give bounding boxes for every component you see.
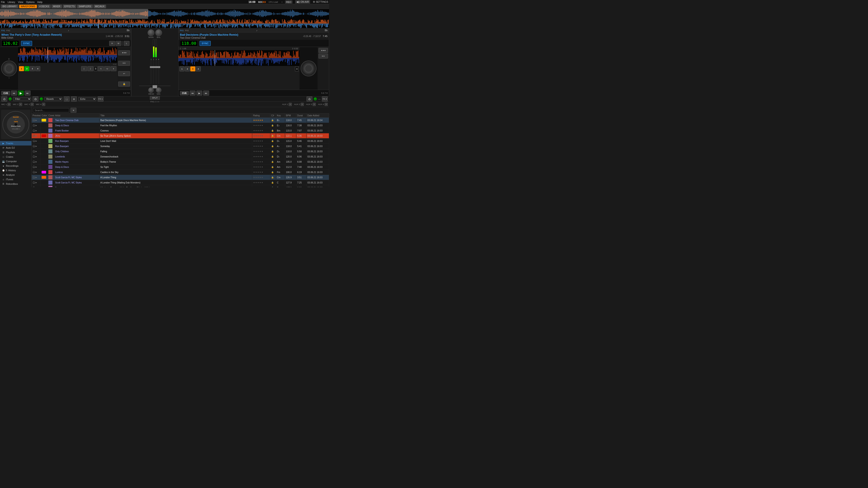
fx-left-label[interactable]: FX 1 [98,96,103,101]
sidebar-item-auto-dj[interactable]: ⟳ Auto DJ [0,145,31,150]
deck-right-prev[interactable]: ⏮ [190,91,195,96]
sidebar-item-serato[interactable]: S Serato [0,186,31,187]
deck-right-fx2[interactable]: FX2 [185,29,189,32]
fx-headphone-left[interactable]: 🎧 [64,96,70,101]
channel-3-fader[interactable] [156,61,157,84]
th-key[interactable]: Key [276,113,285,118]
table-row[interactable]: 🎧 ▶ Frank Booker Cosmos ★★★★★ 🔒 Bm 115.0… [32,128,329,133]
deck-left-loop-halve[interactable]: ½ [98,66,104,71]
table-row[interactable]: 🎧 ▶ Deep & Disco So Tight ★★★★★ 🔒 Am 112… [32,164,329,170]
deck-left-cue-button[interactable]: CUE [1,91,10,95]
th-preview[interactable]: Preview [32,113,41,118]
toolbar-micaux[interactable]: MIC/AUX [94,5,106,8]
fx-right-power[interactable]: ⏻ [307,96,312,101]
table-row[interactable]: 🎧 ▶ Scott Garcia Ft. MC Styles A London … [32,180,329,185]
deck-right-hotcue-2[interactable]: 2 [185,66,190,71]
deck-right-hotcue-1[interactable]: 1 [180,66,184,71]
sidebar-item-playlists[interactable]: ☰ Playlists [0,150,31,155]
fx-filter-select[interactable]: Filter [13,97,31,101]
deck-left-knob-m[interactable]: M [116,41,121,46]
table-row[interactable]: 🎧 ▶ JKriv So True (JKriv's Sunny Splice)… [32,133,329,138]
table-row[interactable]: 🎧 ▶ Demuir Mindset - Progress Waits For … [32,185,329,187]
deck-left-hotcue-2[interactable]: 2 [24,66,29,71]
toolbar-4decks[interactable]: 4 DECKS [38,5,51,8]
mic-1-add[interactable]: + [7,103,11,106]
toolbar-waveforms[interactable]: WAVEFORMS [19,5,37,8]
aux-2-add[interactable]: + [301,103,304,106]
rec-button[interactable]: REC [285,0,292,4]
toolbar-mixer[interactable]: MIXER [52,5,62,8]
table-row[interactable]: 🎧 ▶ Lovebirds Donwanchooback ★★★★★ 🔒 D♭ … [32,154,329,159]
deck-right-fx-btn[interactable]: ★★★ [318,48,328,53]
deck-right-next[interactable]: ⏭ [203,91,209,96]
deck-left-hotcue-3[interactable]: 3 [30,66,35,71]
table-row[interactable]: 🎧 ▶ Two Door Cinema Club Bad Decisions (… [32,118,329,123]
toolbar-effects[interactable]: EFFECTS [63,5,76,8]
mic-4-add[interactable]: + [42,103,45,106]
deck-left-next[interactable]: ⏭ [25,91,31,96]
table-row[interactable]: 🎧 ▶ Martin Hayes Bobby's Theme ★★★★★ 🔒 A… [32,159,329,164]
table-row[interactable]: 🎧 ▶ Ron Basejam Love Don't Wait ★★★★★ 🔒 … [32,138,329,144]
deck-right-play[interactable]: ▶ [196,91,202,96]
th-bpm[interactable]: BPM [285,113,296,118]
th-date[interactable]: Date Added [307,113,329,118]
deck-left-fx2[interactable]: FX2 [6,29,10,32]
menu-library[interactable]: Library [8,1,16,3]
th-rating[interactable]: Rating [252,113,270,118]
mic-2-add[interactable]: + [19,103,22,106]
table-row[interactable]: 🎧 ▶ Deep & Disco Feel the Rhythm ★★★★★ 🔒… [32,123,329,128]
deck-left-knob-h[interactable]: H [109,41,115,46]
deck-left-fx-btn[interactable]: ★★★ [118,51,130,55]
crossfader[interactable] [139,86,170,86]
deck-left-prev[interactable]: ⏮ [11,91,17,96]
deck-right-fx1[interactable]: FX1 [180,29,184,32]
mic-3-add[interactable]: + [31,103,34,106]
channel-4-fader[interactable] [158,61,159,84]
deck-right-cue-button[interactable]: CUE [180,91,189,95]
on-air-button[interactable]: ◀)) ON AIR [295,0,310,4]
sidebar-item-history[interactable]: ⌚ 5 History [0,168,31,173]
menu-help[interactable]: Help [37,1,42,3]
deck-right-hotcue-4[interactable]: 4 [196,66,201,71]
fx-right-label-btn[interactable]: FX 2 [322,96,328,101]
sidebar-item-recordings[interactable]: ● Recordings [0,164,31,168]
deck-left-quantize[interactable]: ≋≋ [118,61,130,66]
fx-left-knob2[interactable] [40,97,43,101]
table-row[interactable]: 🎧 ▶ Scott Garcia Ft. MC Styles A London … [32,175,329,180]
table-row[interactable]: 🎧 ▶ Ron Basejam Someday ★★★★★ 🔒 A♭ 118.0… [32,144,329,149]
sidebar-item-itunes[interactable]: ♫ iTunes [0,177,31,182]
deck-left-repeat[interactable]: ↩ [118,71,130,76]
deck-left-loop-in[interactable]: ⟦ [81,66,87,71]
fx-echo-select[interactable]: Echo [78,97,96,101]
deck-left-fx1[interactable]: FX1 [1,29,5,32]
deck-left-waveform[interactable] [18,47,117,63]
sidebar-item-analyze[interactable]: ≋ Analyze [0,173,31,177]
sidebar-item-computer[interactable]: 💻 Computer [0,159,31,164]
waveform-detail[interactable] [0,19,329,29]
fx-reverb-select[interactable]: Reverb [44,97,62,101]
fx-connect-left[interactable]: ⊕ [71,96,77,101]
table-row[interactable]: 🎧 ▶ Luvless Castles in the Sky ★★★★★ 🔒 F… [32,170,329,175]
deck-left-keylock[interactable]: 🔒 [118,82,130,87]
menu-options[interactable]: Options [26,1,35,3]
deck-left-loop-double[interactable]: ×2 [104,66,110,71]
vinyl-disc-right[interactable] [301,61,316,76]
th-color[interactable]: Color [41,113,48,118]
th-artist[interactable]: Artist [54,113,99,118]
th-comment[interactable]: C# [270,113,276,118]
sidebar-item-tracks[interactable]: ▶ Tracks [0,141,31,145]
vinyl-disc-left[interactable] [1,61,17,76]
mixer-main-knob[interactable] [148,29,154,36]
search-input[interactable] [33,108,69,112]
aux-3-add[interactable]: + [313,103,316,106]
search-clear-button[interactable]: ✕ [70,108,76,113]
fx-right-knob1[interactable] [314,97,317,101]
mixer-split-button[interactable]: SPLIT [150,96,160,100]
channel-2-fader[interactable] [153,61,154,84]
fx-left-power[interactable]: ⏻ [1,96,7,101]
menu-view[interactable]: View [18,1,23,3]
deck-left-loop-out[interactable]: ⟧ [88,66,93,71]
deck-left-hotcue-4[interactable]: 4 [35,66,40,71]
deck-right-hotcue-3[interactable]: 3 [190,66,195,71]
deck-left-sync-button[interactable]: SYNC [21,41,32,46]
